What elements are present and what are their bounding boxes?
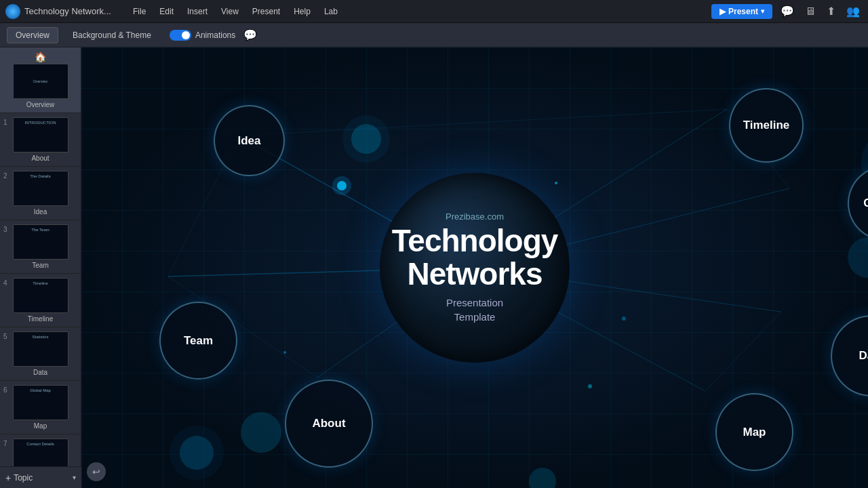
- add-topic-dropdown-arrow[interactable]: ▾: [73, 474, 76, 481]
- slide-item-overview[interactable]: 🏠 Overview: [0, 47, 81, 113]
- slide-item-data[interactable]: 5 Statistics Data: [0, 327, 81, 381]
- back-arrow-icon: ↩: [92, 466, 100, 477]
- slide-label-map: Map: [34, 422, 47, 430]
- menu-bar: File Edit Insert View Present Help Lab: [127, 5, 343, 18]
- node-idea[interactable]: Idea: [214, 105, 285, 176]
- slide-label-about: About: [31, 155, 49, 162]
- animations-toggle[interactable]: [170, 30, 191, 41]
- main-layout: 🏠 Overview 1 INTRODUCTION About 2 The De…: [0, 47, 868, 488]
- comment-icon[interactable]: 💬: [778, 3, 797, 19]
- slide-num-3: 3: [3, 226, 7, 233]
- slide-num-2: 2: [3, 172, 7, 180]
- menu-lab[interactable]: Lab: [319, 5, 343, 18]
- canvas-title: Technology Networks: [392, 224, 558, 290]
- node-about[interactable]: About: [285, 380, 373, 468]
- present-dropdown-arrow[interactable]: ▾: [761, 7, 764, 15]
- present-button[interactable]: ▶ Present ▾: [711, 4, 772, 19]
- menu-file[interactable]: File: [127, 5, 151, 18]
- slide-thumb-map: Global Map: [13, 385, 68, 420]
- canvas-description: Presentation Template: [446, 296, 503, 324]
- present-label: Present: [728, 7, 758, 16]
- tab-overview[interactable]: Overview: [7, 27, 58, 43]
- slide-thumb-team: The Team: [13, 224, 68, 260]
- document-title: Technology Network...: [24, 6, 111, 16]
- menu-view[interactable]: View: [216, 5, 244, 18]
- slide-thumb-about: INTRODUCTION: [13, 117, 68, 152]
- canvas-area[interactable]: Prezibase.com Technology Networks Presen…: [81, 47, 868, 488]
- add-topic-label: Topic: [14, 473, 33, 483]
- home-icon: 🏠: [35, 52, 46, 62]
- menu-help[interactable]: Help: [288, 5, 316, 18]
- slide-thumb-idea: The Details: [13, 171, 68, 206]
- node-timeline[interactable]: Timeline: [729, 88, 804, 163]
- slide-item-about[interactable]: 1 INTRODUCTION About: [0, 113, 81, 167]
- tab-background-theme[interactable]: Background & Theme: [64, 27, 160, 43]
- comment-toolbar-icon[interactable]: 💬: [243, 28, 257, 41]
- menu-edit[interactable]: Edit: [154, 5, 179, 18]
- slide-label-overview: Overview: [26, 101, 55, 108]
- slide-thumb-overview: [13, 64, 68, 99]
- menu-insert[interactable]: Insert: [182, 5, 213, 18]
- slide-label-idea: Idea: [34, 208, 47, 216]
- slide-thumb-data: Statistics: [13, 331, 68, 367]
- slide-item-idea[interactable]: 2 The Details Idea: [0, 167, 81, 220]
- node-map[interactable]: Map: [715, 393, 793, 471]
- animations-label: Animations: [195, 30, 235, 40]
- slide-num-4: 4: [3, 279, 7, 287]
- add-topic-bar: + Topic ▾: [0, 466, 81, 488]
- slide-item-map[interactable]: 6 Global Map Map: [0, 381, 81, 434]
- share-icon[interactable]: ⬆: [824, 3, 838, 19]
- slide-num-5: 5: [3, 333, 7, 340]
- slide-thumb-timeline: Timeline: [13, 278, 68, 313]
- users-icon[interactable]: 👥: [844, 3, 863, 19]
- plus-icon: +: [5, 472, 11, 483]
- central-sphere: Prezibase.com Technology Networks Presen…: [380, 173, 570, 363]
- slide-label-timeline: Timeline: [28, 315, 53, 323]
- right-toolbar: ▶ Present ▾ 💬 🖥 ⬆ 👥: [711, 3, 863, 19]
- slide-preview-overview: [14, 64, 68, 98]
- slide-num-1: 1: [3, 119, 7, 126]
- slide-item-team[interactable]: 3 The Team Team: [0, 220, 81, 274]
- slide-label-data: Data: [33, 369, 47, 376]
- slides-panel: 🏠 Overview 1 INTRODUCTION About 2 The De…: [0, 47, 81, 488]
- topbar: Technology Network... File Edit Insert V…: [0, 0, 868, 23]
- slide-item-timeline[interactable]: 4 Timeline Timeline: [0, 274, 81, 327]
- screen-icon[interactable]: 🖥: [802, 4, 818, 19]
- cloud-icon: [5, 4, 20, 19]
- add-topic-button[interactable]: + Topic: [5, 472, 33, 483]
- back-button[interactable]: ↩: [87, 462, 106, 481]
- menu-present[interactable]: Present: [247, 5, 285, 18]
- logo-area: Technology Network...: [5, 4, 127, 19]
- sphere-subtitle: Prezibase.com: [446, 211, 504, 222]
- slide-num-7: 7: [3, 440, 7, 447]
- animations-toggle-group: Animations: [170, 30, 235, 41]
- slide-label-team: Team: [32, 262, 48, 269]
- node-team[interactable]: Team: [159, 302, 237, 380]
- secondary-toolbar: Overview Background & Theme Animations 💬: [0, 23, 868, 47]
- slide-num-6: 6: [3, 386, 7, 394]
